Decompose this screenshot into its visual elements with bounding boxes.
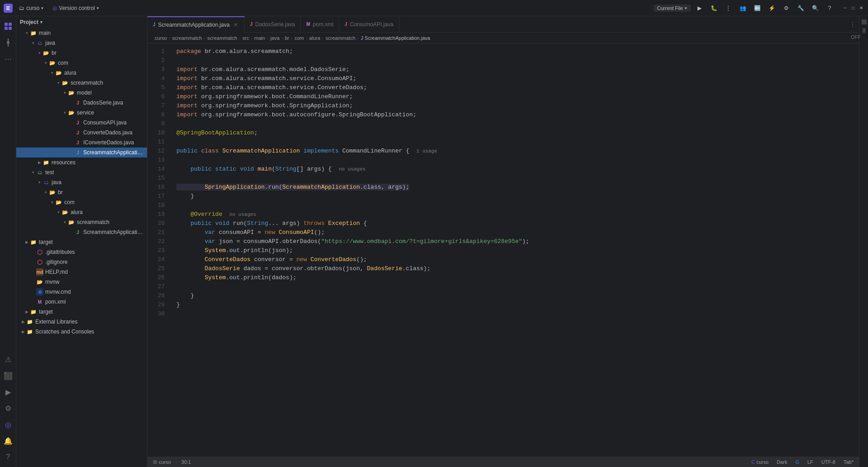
tree-item-gitignore[interactable]: ⬡ .gitignore — [16, 257, 147, 267]
profile-button[interactable]: 👥 — [737, 4, 749, 13]
settings-button[interactable]: ⚙ — [780, 4, 792, 13]
lf-status[interactable]: G — [793, 459, 801, 465]
breadcrumb-br[interactable]: br — [285, 35, 289, 41]
right-icon-code[interactable]: ⬛ — [860, 18, 868, 25]
tree-item-test[interactable]: ▾ 🗂 test — [16, 167, 147, 177]
breadcrumb-screammatch2[interactable]: screammatch — [207, 35, 237, 41]
sidebar: Project ▾ ▾ 📁 main ▾ 🗂 java ▾ — [16, 16, 147, 467]
minimize-button[interactable]: ─ — [842, 5, 848, 11]
breadcrumb-curso[interactable]: curso — [155, 35, 167, 41]
debug-button[interactable]: 🐛 — [708, 4, 720, 13]
tab-more-button[interactable]: ⋮ — [846, 21, 859, 28]
tree-item-br[interactable]: ▾ 📂 br — [16, 48, 147, 58]
tree-item-consumoapi[interactable]: J ConsumoAPI.java — [16, 118, 147, 128]
help-button[interactable]: ? — [824, 4, 835, 13]
line-ending-status[interactable]: LF — [806, 459, 815, 465]
tree-item-gitattributes[interactable]: ⬡ .gitattributes — [16, 247, 147, 257]
run-config-button[interactable]: 🔧 — [795, 4, 806, 13]
right-icon-db[interactable]: 🗄 — [860, 27, 868, 34]
tree-arrow-ext-libs: ▶ — [20, 319, 26, 324]
activity-more-icon[interactable]: ⋯ — [1, 52, 15, 66]
tab-consumoapi[interactable]: J ConsumoAPI.java — [339, 16, 399, 33]
breadcrumb-com[interactable]: com — [294, 35, 304, 41]
tree-item-test-java[interactable]: ▾ 🗂 java — [16, 177, 147, 187]
power-save-button[interactable]: ⚡ — [766, 4, 778, 13]
tree-item-target[interactable]: ▶ 📁 target — [16, 237, 147, 247]
activity-git-icon[interactable]: ◎ — [1, 417, 15, 432]
tree-item-pom-xml[interactable]: M pom.xml — [16, 297, 147, 307]
current-file-button[interactable]: Current File ▾ — [654, 5, 691, 12]
breadcrumb-alura[interactable]: alura — [309, 35, 320, 41]
maximize-button[interactable]: □ — [850, 5, 856, 11]
tree-item-ext-libs[interactable]: ▶ 📁 External Libraries — [16, 317, 147, 327]
tree-item-screammatch-tests[interactable]: J ScreammatchApplicationTests.java — [16, 227, 147, 237]
tree-label-ext-libs: External Libraries — [35, 319, 77, 325]
tree-arrow-screammatch: ▾ — [55, 81, 62, 85]
tree-item-screammatch[interactable]: ▾ 📂 screammatch — [16, 78, 147, 88]
sidebar-title[interactable]: Project ▾ — [20, 19, 43, 25]
tab-close-screammatch-app[interactable]: ✕ — [232, 22, 239, 28]
tree-item-resources[interactable]: ▶ 📁 resources — [16, 157, 147, 167]
folder-icon-service: 📂 — [68, 109, 75, 116]
breadcrumb-main[interactable]: main — [254, 35, 265, 41]
tree-item-iconvertedados[interactable]: J IConverteDados.java — [16, 138, 147, 148]
tab-icon-pom: M — [306, 22, 310, 27]
theme-status[interactable]: Dark — [775, 459, 789, 465]
breadcrumb-file[interactable]: J ScreammatchApplication.java — [360, 35, 430, 41]
more-run-options[interactable]: ⋮ — [722, 4, 734, 13]
vcs-menu[interactable]: ◎ Version control ▾ — [50, 4, 101, 12]
tree-item-dadosserie[interactable]: J DadosSerie.java — [16, 98, 147, 108]
activity-commit-icon[interactable] — [1, 35, 15, 50]
tree-item-alura[interactable]: ▾ 📂 alura — [16, 68, 147, 78]
tree-item-test-com[interactable]: ▾ 📂 com — [16, 197, 147, 207]
activity-project-icon[interactable] — [1, 19, 15, 33]
activity-problems-icon[interactable]: ⚠ — [1, 352, 15, 367]
indent-status[interactable]: Tab* — [842, 459, 855, 465]
breadcrumb-sep-2: › — [204, 35, 206, 41]
tab-dadosserie[interactable]: J DadosSerie.java — [245, 16, 301, 33]
tree-item-service[interactable]: ▾ 📂 service — [16, 108, 147, 118]
tree-label-target2: target — [39, 309, 53, 315]
tree-item-java-src[interactable]: ▾ 🗂 java — [16, 38, 147, 48]
tree-item-mvnw-cmd[interactable]: ⚙ mvnw.cmd — [16, 287, 147, 297]
tree-item-model[interactable]: ▾ 📂 model — [16, 88, 147, 98]
code-content[interactable]: package br.com.alura.screammatch; import… — [169, 43, 859, 456]
activity-services-icon[interactable]: ▶ — [1, 385, 15, 399]
tree-item-scratches[interactable]: ▶ 📁 Scratches and Consoles — [16, 327, 147, 337]
activity-terminal-icon[interactable]: ⬛ — [1, 368, 15, 383]
translate-button[interactable]: 🔤 — [751, 4, 763, 13]
run-button[interactable]: ▶ — [693, 4, 705, 13]
tree-item-screammatchapp[interactable]: J ScreammatchApplication.java — [16, 148, 147, 157]
encoding-utf-status[interactable]: UTF-8 — [820, 459, 837, 465]
tree-item-target2[interactable]: ▶ 📁 target — [16, 307, 147, 317]
tree-item-test-screammatch[interactable]: ▾ 📂 screammatch — [16, 217, 147, 227]
breadcrumb-sep-5: › — [267, 35, 269, 41]
tree-item-help[interactable]: md HELP.md — [16, 267, 147, 277]
tree-label-test: test — [45, 169, 54, 176]
tree-item-test-br[interactable]: ▾ 📂 br — [16, 187, 147, 197]
tree-item-test-alura[interactable]: ▾ 📂 alura — [16, 207, 147, 217]
close-button[interactable]: ✕ — [858, 5, 864, 11]
file-icon-mvnw: 📂 — [36, 278, 43, 286]
tree-item-com[interactable]: ▾ 📂 com — [16, 58, 147, 68]
git-branch-status[interactable]: ◎ curso — [151, 459, 173, 465]
tree-arrow-target2: ▶ — [24, 310, 30, 314]
cursor-pos-status[interactable]: 30:1 — [180, 459, 193, 465]
project-menu[interactable]: 🗂 curso ▾ — [16, 4, 46, 12]
activity-learn-icon[interactable]: ? — [1, 450, 15, 464]
search-everywhere-button[interactable]: 🔍 — [809, 4, 821, 13]
activity-settings-icon[interactable]: ⚙ — [1, 401, 15, 415]
tree-label-test-screammatch: screammatch — [77, 219, 109, 225]
tab-pom[interactable]: M pom.xml — [301, 16, 339, 33]
tab-label-dadosserie: DadosSerie.java — [255, 21, 295, 28]
tree-item-mvnw[interactable]: 📂 mvnw — [16, 277, 147, 287]
encoding-status[interactable]: C curso — [749, 459, 770, 465]
breadcrumb-screammatch3[interactable]: screammatch — [326, 35, 356, 41]
breadcrumb-screammatch[interactable]: screammatch — [172, 35, 202, 41]
breadcrumb-src[interactable]: src — [242, 35, 249, 41]
tab-screammatch-app[interactable]: J ScreammatchApplication.java ✕ — [147, 16, 245, 33]
tree-item-main[interactable]: ▾ 📁 main — [16, 28, 147, 38]
breadcrumb-java[interactable]: java — [270, 35, 280, 41]
activity-notifications-icon[interactable]: 🔔 — [1, 434, 15, 448]
tree-item-convertedados[interactable]: J ConverteDados.java — [16, 128, 147, 138]
